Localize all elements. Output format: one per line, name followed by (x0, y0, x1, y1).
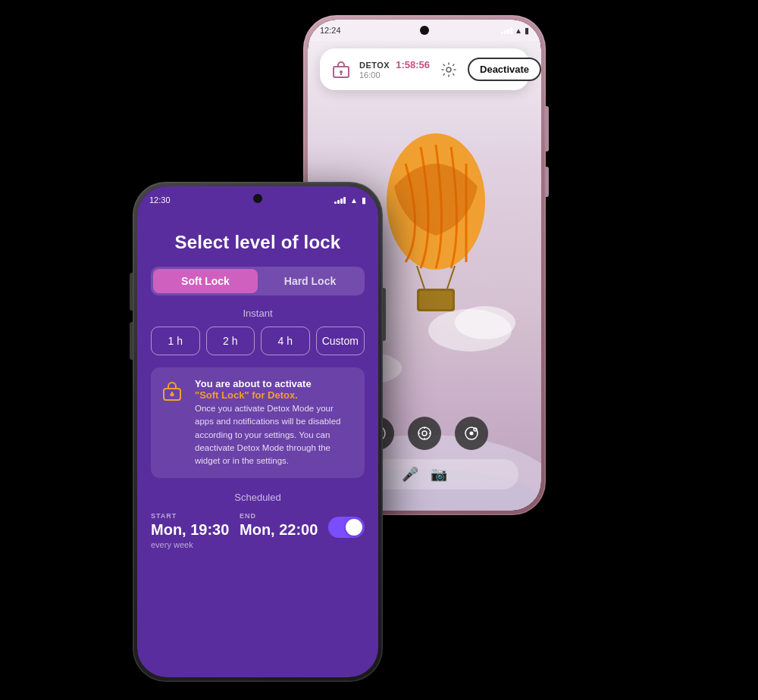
bar3 (507, 29, 509, 34)
power-button-front (383, 288, 386, 341)
recur-label: every week (151, 540, 229, 549)
instant-label: Instant (151, 308, 365, 319)
bar4 (510, 27, 512, 34)
info-text: You are about to activate "Soft Lock" fo… (195, 378, 354, 467)
duration-2h[interactable]: 2 h (206, 327, 255, 355)
svg-point-21 (470, 432, 474, 436)
front-phone-screen: 12:30 ▲ ▮ Select level of lock (137, 186, 378, 677)
duration-4h[interactable]: 4 h (261, 327, 310, 355)
front-phone: 12:30 ▲ ▮ Select level of lock (133, 182, 383, 682)
detox-widget-icon (330, 59, 352, 80)
svg-point-19 (422, 431, 427, 436)
start-label: START (151, 512, 229, 520)
fbar1 (334, 202, 337, 204)
back-time: 12:24 (320, 26, 341, 35)
duration-1h[interactable]: 1 h (151, 327, 200, 355)
front-battery-icon: ▮ (362, 195, 366, 205)
svg-point-18 (418, 427, 431, 439)
fbar4 (343, 197, 346, 204)
detox-widget[interactable]: DETOX 1:58:56 16:00 Deactivate (320, 48, 529, 90)
widget-subtitle: 16:00 (359, 70, 430, 80)
widget-timer: 1:58:56 (396, 59, 430, 70)
volume-up-button (130, 273, 133, 311)
svg-rect-24 (171, 393, 174, 396)
svg-line-9 (417, 266, 424, 289)
lock-warning-icon (161, 378, 186, 402)
deactivate-button[interactable]: Deactivate (468, 58, 541, 81)
svg-line-10 (447, 266, 455, 289)
duration-custom[interactable]: Custom (316, 327, 365, 355)
svg-point-22 (474, 428, 477, 431)
home-icon-3[interactable] (455, 417, 488, 450)
home-icon-2[interactable] (408, 417, 441, 450)
schedule-toggle[interactable] (328, 517, 365, 538)
info-highlight: "Soft Lock" for Detox. (195, 389, 298, 401)
front-phone-body: 12:30 ▲ ▮ Select level of lock (137, 186, 378, 677)
info-title-text: You are about to activate (195, 378, 312, 389)
end-time: Mon, 22:00 (240, 521, 318, 539)
battery-icon: ▮ (525, 26, 529, 36)
power-button (546, 106, 549, 152)
front-wifi-icon: ▲ (350, 196, 358, 205)
wifi-icon: ▲ (515, 27, 522, 35)
tab-soft-lock[interactable]: Soft Lock (153, 269, 258, 293)
start-time: Mon, 19:30 (151, 521, 229, 539)
widget-title-row: DETOX 1:58:56 (359, 59, 430, 70)
scheduled-label: Scheduled (151, 492, 365, 503)
scheduled-row: START Mon, 19:30 every week END Mon, 22:… (151, 512, 365, 549)
screen-title: Select level of lock (151, 232, 365, 253)
gear-icon[interactable] (437, 58, 460, 81)
lens-icon: 📷 (431, 466, 447, 483)
widget-label: DETOX (359, 61, 390, 70)
bar1 (501, 32, 503, 34)
fbar3 (340, 198, 343, 204)
svg-point-5 (455, 306, 515, 339)
lock-tabs: Soft Lock Hard Lock (151, 267, 365, 295)
front-time: 12:30 (149, 195, 171, 205)
back-signal-icons: ▲ ▮ (501, 26, 529, 36)
mic-icon: 🎤 (402, 466, 418, 483)
toggle-knob (346, 519, 362, 536)
widget-info: DETOX 1:58:56 16:00 (359, 59, 430, 80)
bar2 (504, 30, 506, 34)
fbar2 (337, 200, 340, 204)
signal-bars (501, 27, 512, 34)
front-signal-icons: ▲ ▮ (334, 195, 366, 205)
tab-hard-lock[interactable]: Hard Lock (258, 269, 362, 293)
volume-button (546, 167, 549, 197)
back-camera (420, 26, 429, 35)
end-label: END (240, 512, 318, 520)
schedule-start: START Mon, 19:30 every week (151, 512, 229, 549)
volume-down-button (130, 322, 133, 360)
info-body: Once you activate Detox Mode your apps a… (195, 402, 354, 467)
svg-point-1 (340, 70, 343, 73)
svg-point-3 (446, 67, 451, 72)
schedule-end: END Mon, 22:00 (240, 512, 318, 539)
info-box: You are about to activate "Soft Lock" fo… (151, 367, 365, 478)
duration-row: 1 h 2 h 4 h Custom (151, 327, 365, 355)
svg-rect-12 (419, 291, 453, 309)
front-signal-bars (334, 197, 346, 204)
info-title: You are about to activate "Soft Lock" fo… (195, 378, 354, 401)
front-content: Select level of lock Soft Lock Hard Lock… (137, 212, 378, 677)
front-camera (253, 194, 262, 203)
